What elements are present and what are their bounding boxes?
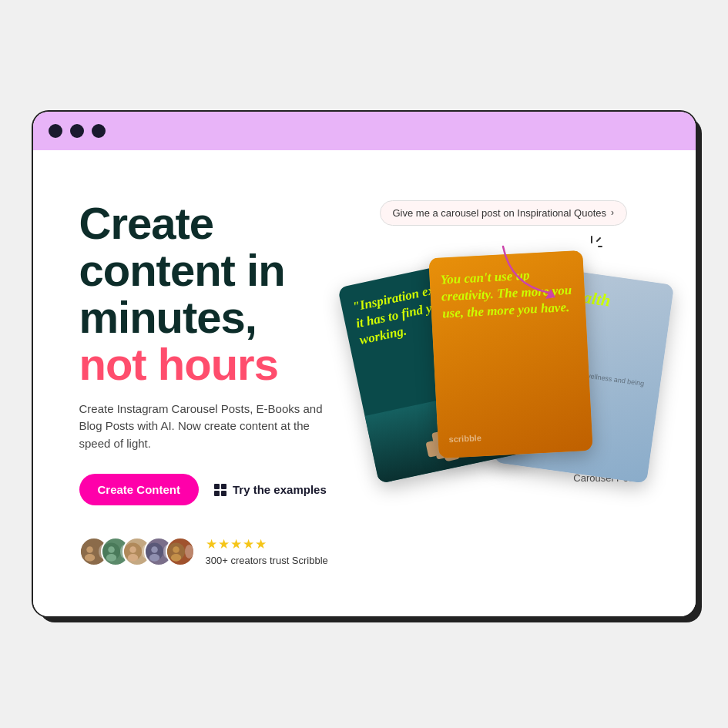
chevron-icon: › [611, 207, 614, 218]
browser-content: Create content in minutes, not hours Cre… [33, 150, 696, 616]
avatar-group [79, 537, 195, 566]
cta-row: Create Content Try the examples [79, 474, 341, 505]
window-close-dot [49, 124, 62, 138]
browser-titlebar [33, 112, 696, 150]
prompt-bubble[interactable]: Give me a carousel post on Inspirational… [380, 200, 627, 226]
arrow-curve-icon [495, 239, 565, 304]
window-maximize-dot [92, 124, 106, 138]
right-panel: Give me a carousel post on Inspirational… [341, 193, 649, 501]
svg-point-1 [86, 546, 93, 553]
creators-count: 300+ creators trust Scribble [206, 555, 328, 566]
spark-lines-icon [580, 235, 603, 261]
card-logo: scribble [448, 428, 581, 444]
left-panel: Create content in minutes, not hours Cre… [79, 193, 341, 566]
svg-point-13 [173, 546, 179, 553]
svg-point-14 [170, 554, 180, 562]
browser-window: Create content in minutes, not hours Cre… [33, 112, 696, 616]
svg-point-10 [151, 546, 158, 553]
svg-point-8 [127, 554, 137, 562]
svg-point-2 [84, 554, 94, 562]
svg-point-4 [108, 546, 115, 553]
main-headline: Create content in minutes, not hours [79, 200, 341, 388]
hero-subtitle: Create Instagram Carousel Posts, E-Books… [79, 401, 341, 453]
try-examples-button[interactable]: Try the examples [214, 483, 327, 496]
create-content-button[interactable]: Create Content [79, 474, 200, 505]
grid-icon [214, 484, 226, 496]
svg-point-11 [149, 554, 159, 562]
svg-point-7 [129, 546, 136, 553]
window-minimize-dot [70, 124, 84, 138]
social-proof: ★★★★★ 300+ creators trust Scribble [79, 536, 341, 566]
avatar [166, 537, 195, 566]
svg-marker-15 [545, 289, 555, 299]
star-rating: ★★★★★ [206, 536, 328, 552]
svg-point-5 [106, 554, 116, 562]
svg-line-17 [597, 238, 600, 241]
proof-text: ★★★★★ 300+ creators trust Scribble [206, 536, 328, 566]
